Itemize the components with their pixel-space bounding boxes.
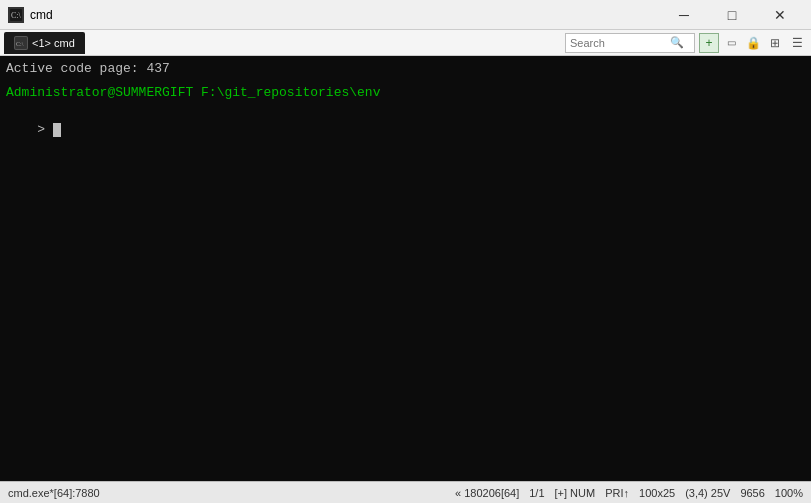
title-bar: C:\ cmd ─ □ ✕: [0, 0, 811, 30]
terminal-line-2: Administrator@SUMMERGIFT F:\git_reposito…: [6, 84, 805, 102]
status-size: 100x25: [639, 487, 675, 499]
grid-button[interactable]: ⊞: [765, 33, 785, 53]
terminal-prompt: >: [37, 122, 53, 137]
status-cursor: 1/1: [529, 487, 544, 499]
menu-button[interactable]: ☰: [787, 33, 807, 53]
status-memory: 9656: [740, 487, 764, 499]
status-left: cmd.exe*[64]:7880: [8, 487, 100, 499]
terminal-cursor: [53, 123, 61, 137]
tab-bar-right: 🔍 + ▭ 🔒 ⊞ ☰: [565, 33, 807, 53]
app-icon: C:\: [8, 7, 24, 23]
title-bar-left: C:\ cmd: [8, 7, 53, 23]
status-priority: PRI↑: [605, 487, 629, 499]
search-box[interactable]: 🔍: [565, 33, 695, 53]
search-icon-button[interactable]: 🔍: [670, 36, 684, 49]
terminal-line-1: Active code page: 437: [6, 60, 805, 78]
lock-button[interactable]: 🔒: [743, 33, 763, 53]
window-controls: ─ □ ✕: [661, 0, 803, 30]
tab-icon: C:\: [14, 36, 28, 50]
minimize-button[interactable]: ─: [661, 0, 707, 30]
tab-bar: C:\ <1> cmd 🔍 + ▭ 🔒 ⊞ ☰: [0, 30, 811, 56]
tab-label: <1> cmd: [32, 37, 75, 49]
search-input[interactable]: [570, 37, 670, 49]
status-zoom: 100%: [775, 487, 803, 499]
status-position: « 180206[64]: [455, 487, 519, 499]
terminal-window[interactable]: Active code page: 437 Administrator@SUMM…: [0, 56, 811, 481]
toolbar-icons: + ▭ 🔒 ⊞ ☰: [699, 33, 807, 53]
status-right: « 180206[64] 1/1 [+] NUM PRI↑ 100x25 (3,…: [455, 487, 803, 499]
window-title: cmd: [30, 8, 53, 22]
split-view-button[interactable]: ▭: [721, 33, 741, 53]
close-button[interactable]: ✕: [757, 0, 803, 30]
terminal-prompt-line: >: [6, 102, 805, 157]
status-mode: [+] NUM: [555, 487, 596, 499]
tab-bar-left: C:\ <1> cmd: [4, 32, 85, 54]
svg-text:C:\: C:\: [11, 11, 22, 20]
status-bar: cmd.exe*[64]:7880 « 180206[64] 1/1 [+] N…: [0, 481, 811, 503]
add-tab-button[interactable]: +: [699, 33, 719, 53]
status-coords: (3,4) 25V: [685, 487, 730, 499]
maximize-button[interactable]: □: [709, 0, 755, 30]
tab-cmd[interactable]: C:\ <1> cmd: [4, 32, 85, 54]
status-process: cmd.exe*[64]:7880: [8, 487, 100, 499]
svg-text:C:\: C:\: [16, 41, 24, 47]
